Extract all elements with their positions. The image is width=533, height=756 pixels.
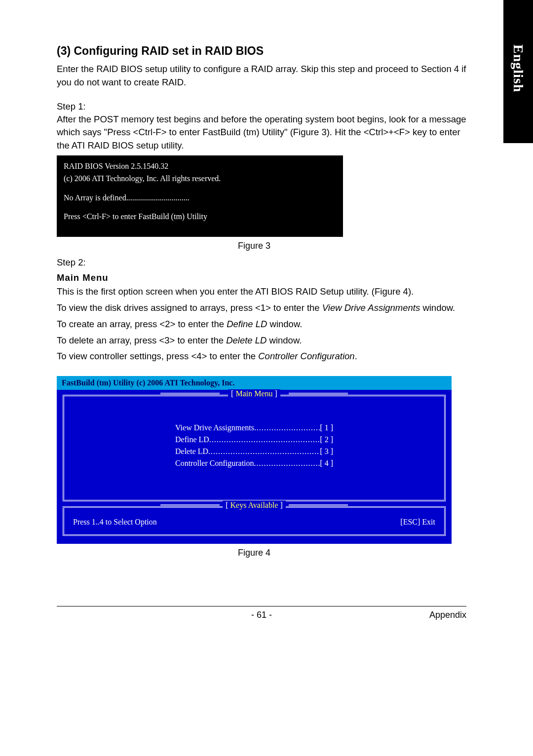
menu-item-key: [ 3 ]	[320, 447, 333, 456]
mm-line5-a: To view controller settings, press <4> t…	[57, 351, 258, 361]
page-footer: - 61 - Appendix	[57, 610, 466, 620]
mm-line2-b: window.	[420, 302, 455, 313]
fig3-line3: No Array is defined.....................…	[64, 192, 336, 204]
mm-line3-a: To create an array, press <2> to enter t…	[57, 319, 227, 329]
fig4-menu-list: View Drive Assignments .................…	[65, 397, 443, 499]
fig4-keys-box: Keys Available Press 1..4 to Select Opti…	[63, 506, 446, 536]
menu-item: View Drive Assignments .................…	[65, 422, 443, 434]
mm-line5-b: .	[355, 351, 357, 361]
language-tab: English	[503, 0, 533, 143]
mm-line3: To create an array, press <2> to enter t…	[57, 318, 466, 331]
mm-line3-b: window.	[267, 319, 302, 329]
figure3-screen: RAID BIOS Version 2.5.1540.32 (c) 2006 A…	[57, 155, 343, 237]
step1-text: After the POST memory test begins and be…	[57, 113, 466, 152]
mm-line2: To view the disk drives assigned to arra…	[57, 302, 466, 315]
mm-line5: To view controller settings, press <4> t…	[57, 350, 466, 363]
menu-item-key: [ 2 ]	[320, 435, 333, 444]
intro-paragraph: Enter the RAID BIOS setup utility to con…	[57, 63, 466, 89]
keys-left: Press 1..4 to Select Option	[73, 518, 157, 527]
mm-line2-i: View Drive Assignments	[322, 302, 420, 313]
figure4-screen: FastBuild (tm) Utility (c) 2006 ATI Tech…	[57, 376, 452, 544]
menu-item: Delete LD ..............................…	[65, 446, 443, 457]
mm-line4: To delete an array, press <3> to enter t…	[57, 334, 466, 347]
figure3-caption: Figure 3	[57, 241, 452, 251]
section-title: (3) Configuring RAID set in RAID BIOS	[57, 44, 466, 58]
main-menu-heading: Main Menu	[57, 272, 466, 283]
mm-line1: This is the first option screen when you…	[57, 285, 466, 299]
page-number: - 61 -	[251, 610, 272, 620]
menu-item-label: Delete LD	[175, 447, 208, 456]
fig4-header: FastBuild (tm) Utility (c) 2006 ATI Tech…	[57, 376, 452, 390]
figure4-caption: Figure 4	[57, 548, 452, 558]
fig4-keys-label: Keys Available	[223, 501, 286, 510]
page-content: (3) Configuring RAID set in RAID BIOS En…	[57, 44, 466, 563]
fig4-main-menu-label: Main Menu	[228, 389, 280, 398]
footer-section: Appendix	[429, 610, 466, 620]
fig3-line2: (c) 2006 ATI Technology, Inc. All rights…	[64, 173, 336, 185]
step2-label: Step 2:	[57, 256, 466, 269]
menu-item: Define LD ..............................…	[65, 434, 443, 446]
mm-line4-i: Delete LD	[226, 335, 266, 345]
footer-rule	[57, 606, 466, 606]
mm-line3-i: Define LD	[227, 319, 267, 329]
mm-line2-a: To view the disk drives assigned to arra…	[57, 302, 322, 313]
keys-right: [ESC] Exit	[400, 518, 435, 527]
menu-item-label: Define LD	[175, 435, 209, 444]
menu-item-label: View Drive Assignments	[175, 423, 254, 432]
step1-label: Step 1:	[57, 101, 466, 112]
menu-item-label: Controller Configuration	[175, 459, 254, 468]
language-tab-label: English	[510, 44, 526, 92]
menu-item-key: [ 4 ]	[320, 459, 333, 468]
mm-line5-i: Controller Configuration	[258, 351, 354, 361]
mm-line4-b: window.	[266, 335, 302, 345]
fig3-line4: Press <Ctrl-F> to enter FastBuild (tm) U…	[64, 211, 336, 223]
mm-line4-a: To delete an array, press <3> to enter t…	[57, 335, 226, 345]
fig4-main-menu-box: Main Menu View Drive Assignments .......…	[63, 395, 446, 501]
menu-item-key: [ 1 ]	[320, 423, 333, 432]
fig3-line1: RAID BIOS Version 2.5.1540.32	[64, 160, 336, 173]
menu-item: Controller Configuration ...............…	[65, 457, 443, 469]
